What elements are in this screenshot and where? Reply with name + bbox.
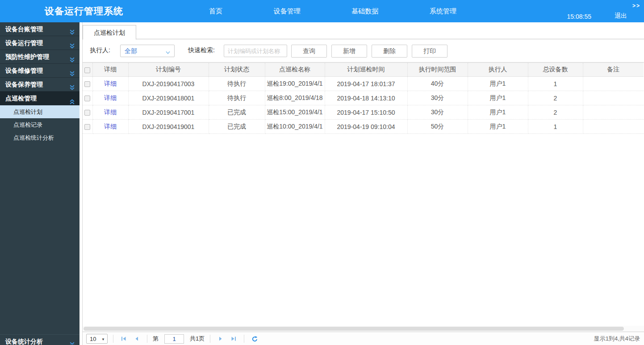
row-checkbox[interactable] [84,81,90,87]
quick-search-input[interactable] [224,45,287,57]
executor-select[interactable]: 全部 [120,45,175,57]
col-devices: 总设备数 [528,63,583,77]
nav-base-data[interactable]: 基础数据 [343,0,386,22]
app-window: 设备运行管理系统 首页 设备管理 基础数据 系统管理 15:08:55 退出 >… [0,0,644,345]
cell-plan-no: DXJ-20190419001 [128,120,209,134]
cell-status: 待执行 [209,91,265,105]
nav-home[interactable]: 首页 [201,0,230,22]
tab-bar: 点巡检计划 [83,22,644,39]
app-title: 设备运行管理系统 [45,0,123,22]
pagination-bar: 10 ▼ 第 共1页 显示1到4,共4记录 [83,332,644,345]
refresh-icon[interactable] [250,334,259,344]
table-row[interactable]: 详细 DXJ-20190417003 待执行 巡检19:00_2019/4/1 … [83,77,644,91]
content-panel: 点巡检计划 执行人: 全部 快速检索: 查询 新增 删除 打印 [82,22,644,345]
prev-page-icon[interactable] [132,334,142,344]
sidebar-group-label: 设备统计分析 [5,338,43,345]
sidebar-group-label: 设备维修管理 [5,67,43,74]
page-size-value: 10 [90,336,96,342]
sidebar-group-preventive-maintenance[interactable]: 预防性维护管理 [0,50,79,64]
sidebar-group-equipment-ledger[interactable]: 设备台账管理 [0,22,79,36]
col-range: 执行时间范围 [407,63,468,77]
separator [244,335,244,343]
last-page-icon[interactable] [229,334,238,344]
next-page-icon[interactable] [216,334,226,344]
top-header: 设备运行管理系统 首页 设备管理 基础数据 系统管理 15:08:55 退出 >… [0,0,644,22]
detail-link[interactable]: 详细 [104,80,117,87]
select-all-checkbox[interactable] [84,67,90,73]
col-detail: 详细 [92,63,128,77]
detail-link[interactable]: 详细 [104,123,117,130]
col-time: 计划巡检时间 [325,63,407,77]
cell-range: 40分 [407,77,468,91]
query-button[interactable]: 查询 [291,45,327,58]
sidebar-item-inspection-plan[interactable]: 点巡检计划 [0,105,79,118]
table-row[interactable]: 详细 DXJ-20190418001 待执行 巡检8:00_2019/4/18 … [83,91,644,105]
first-page-icon[interactable] [119,334,129,344]
sidebar-group-spot-inspection[interactable]: 点巡检管理 [0,91,79,105]
cell-status: 已完成 [209,105,265,120]
cell-executor: 用户1 [468,105,528,120]
sidebar-group-label: 设备运行管理 [5,39,43,46]
header-checkbox-cell [83,63,92,77]
detail-link[interactable]: 详细 [104,94,117,101]
cell-plan-no: DXJ-20190418001 [128,91,209,105]
row-checkbox[interactable] [84,96,90,101]
print-button[interactable]: 打印 [412,45,447,58]
detail-link[interactable]: 详细 [104,108,117,116]
clock-display: 15:08:55 [567,13,592,20]
cell-plan-no: DXJ-20190417001 [128,105,209,120]
total-pages-label: 共1页 [190,335,205,343]
sidebar-group-equipment-operation[interactable]: 设备运行管理 [0,36,79,50]
table-row[interactable]: 详细 DXJ-20190417001 已完成 巡检15:00_2019/4/1 … [83,105,644,120]
separator [147,335,147,343]
sidebar-group-equipment-upkeep[interactable]: 设备保养管理 [0,78,79,91]
nav-system[interactable]: 系统管理 [422,0,464,22]
col-plan-no: 计划编号 [128,63,209,77]
page-number-input[interactable] [164,334,184,344]
sidebar-item-inspection-record[interactable]: 点巡检记录 [0,118,79,131]
cell-remark [583,120,644,134]
tab-inspection-plan[interactable]: 点巡检计划 [83,25,136,40]
sidebar-submenu: 点巡检计划 点巡检记录 点巡检统计分析 [0,105,79,144]
row-checkbox[interactable] [84,110,90,116]
col-status: 计划状态 [209,63,265,77]
logout-button[interactable]: 退出 [615,12,627,20]
data-grid: 详细 计划编号 计划状态 点巡检名称 计划巡检时间 执行时间范围 执行人 总设备… [83,62,644,325]
cell-devices: 2 [528,105,583,120]
row-checkbox[interactable] [84,124,90,130]
cell-plan-no: DXJ-20190417003 [128,77,209,91]
cell-remark [583,77,644,91]
collapse-arrows-icon[interactable]: >> [632,3,640,9]
cell-time: 2019-04-18 14:13:10 [325,91,407,105]
sidebar-group-label: 设备台账管理 [5,25,43,33]
scrollbar-thumb[interactable] [84,327,624,331]
nav-equipment[interactable]: 设备管理 [266,0,309,22]
sidebar-group-label: 预防性维护管理 [5,53,49,60]
add-button[interactable]: 新增 [331,45,367,58]
cell-time: 2019-04-19 09:10:04 [325,120,407,134]
cell-range: 30分 [407,105,468,120]
cell-status: 待执行 [209,77,265,91]
sidebar-item-inspection-statistics[interactable]: 点巡检统计分析 [0,131,79,144]
col-remark: 备注 [583,63,644,77]
executor-select-value: 全部 [125,47,137,55]
cell-time: 2019-04-17 15:10:50 [325,105,407,120]
col-executor: 执行人 [468,63,528,77]
horizontal-scrollbar[interactable] [83,326,644,332]
sidebar-group-equipment-statistics[interactable]: 设备统计分析 [0,334,79,345]
cell-status: 已完成 [209,120,265,134]
delete-button[interactable]: 删除 [372,45,407,58]
cell-executor: 用户1 [468,120,528,134]
chevrons-down-icon [69,339,75,345]
cell-name: 巡检15:00_2019/4/1 [265,105,325,120]
page-size-select[interactable]: 10 ▼ [86,334,108,344]
cell-devices: 1 [528,120,583,134]
sidebar-group-equipment-repair[interactable]: 设备维修管理 [0,64,79,78]
page-prefix-label: 第 [153,335,159,343]
cell-remark [583,91,644,105]
cell-remark [583,105,644,120]
filter-toolbar: 执行人: 全部 快速检索: 查询 新增 删除 打印 [83,39,644,62]
cell-devices: 2 [528,91,583,105]
caret-down-icon: ▼ [101,337,105,341]
table-row[interactable]: 详细 DXJ-20190419001 已完成 巡检10:00_2019/4/1 … [83,120,644,134]
